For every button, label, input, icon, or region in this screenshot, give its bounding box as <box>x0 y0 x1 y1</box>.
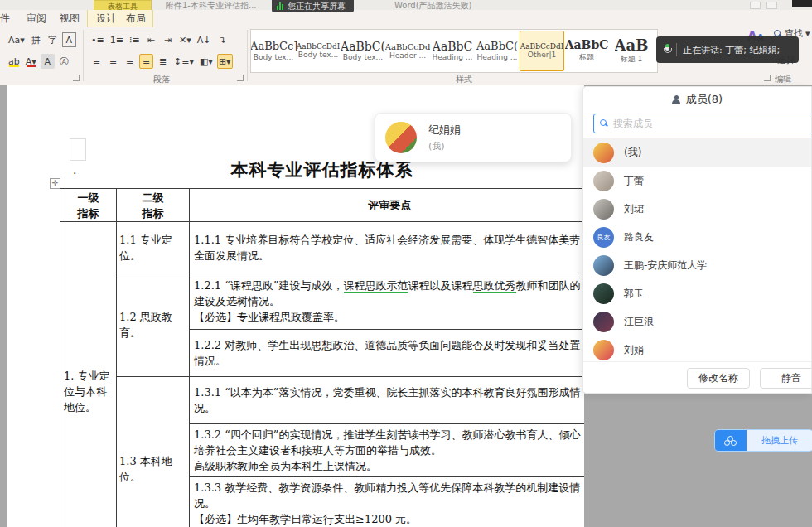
member-row[interactable]: 郭玉 <box>583 279 812 307</box>
review-point-cell[interactable]: 1.3.3 教学经费、教学资源条件、教师精力投入等优先保障本科教学的机制建设情况… <box>190 477 585 527</box>
members-panel-footer: 修改名称 静音 <box>583 361 812 393</box>
member-list: (我)丁蕾刘珺良友路良友王鹏-安庆师范大学郭玉江巨浪刘娟 <box>583 138 812 364</box>
member-row[interactable]: 王鹏-安庆师范大学 <box>583 251 812 279</box>
members-panel: 成员(8) (我)丁蕾刘珺良友路良友王鹏-安庆师范大学郭玉江巨浪刘娟 修改名称 … <box>582 86 812 394</box>
member-avatar <box>593 199 614 220</box>
level1-indicator-cell[interactable]: 1. 专业定位与本科地位。 <box>60 222 117 527</box>
align-right-icon[interactable]: ≡ <box>123 54 137 69</box>
member-avatar <box>593 171 614 191</box>
rename-button[interactable]: 修改名称 <box>687 368 750 389</box>
margin-anchor-box <box>70 138 86 161</box>
enclose-circle-icon[interactable]: Ⓐ <box>57 54 71 69</box>
review-point-cell[interactable]: 1.2.1 “课程思政”建设与成效，课程思政示范课程以及课程思政优秀教师和团队的… <box>190 273 585 330</box>
presenter-name: 纪娟娟 <box>428 123 461 138</box>
style-item-Body-tex-[interactable]: AaBbCcDdIBody tex... <box>296 31 341 71</box>
minimize-button[interactable] <box>750 2 761 9</box>
distributed-icon[interactable]: ≣ <box>156 54 170 69</box>
line-spacing-icon[interactable]: ↕≡▾ <box>172 54 196 69</box>
cell-text: 1.2.2 对教师、学生出现思想政治、道德品质等负面问题能否及时发现和妥当处置情… <box>194 339 580 367</box>
member-avatar <box>593 312 614 332</box>
member-name: 路良友 <box>624 230 654 244</box>
table-header-0[interactable]: 一级指标 <box>60 189 117 222</box>
cell-text: 1.3.1 “以本为本”落实情况，党委重视、院长主抓落实的本科教育良好氛围形成情… <box>194 386 581 414</box>
member-row[interactable]: (我) <box>583 138 812 167</box>
character-shading-icon[interactable]: A <box>41 54 55 69</box>
member-row[interactable]: 丁蕾 <box>583 167 812 195</box>
styles-dialog-launcher[interactable] <box>764 75 771 81</box>
style-item-Other-1[interactable]: AaBbCcDdIOther|1 <box>520 31 564 71</box>
speaking-now-text: 正在讲话: 丁蕾; 纪娟娟; <box>683 44 780 56</box>
member-avatar <box>593 255 614 276</box>
multilevel-list-icon[interactable]: ⁝≡ <box>128 32 142 47</box>
member-avatar: 良友 <box>593 227 614 248</box>
member-row[interactable]: 刘娟 <box>583 336 812 364</box>
cloud-drive-icon <box>715 430 747 451</box>
increase-indent-icon[interactable]: ⇥ <box>161 32 175 47</box>
tab-review[interactable]: 审阅 <box>22 10 51 27</box>
review-point-cell[interactable]: 1.2.2 对教师、学生出现思想政治、道德品质等负面问题能否及时发现和妥当处置情… <box>190 330 585 377</box>
paragraph-dialog-launcher[interactable] <box>237 75 244 81</box>
drag-upload-label: 拖拽上传 <box>747 430 812 451</box>
maximize-button[interactable] <box>766 2 777 9</box>
member-search-input[interactable] <box>613 118 812 129</box>
members-panel-header: 成员(8) <box>583 87 811 112</box>
asian-layout-icon[interactable]: ✕▾ <box>177 32 193 47</box>
table-header-2[interactable]: 评审要点 <box>190 189 585 222</box>
cell-text: 课程以及课程 <box>408 279 473 292</box>
member-row[interactable]: 刘珺 <box>583 195 812 223</box>
level2-indicator-cell[interactable]: 1.2 思政教育。 <box>117 273 190 377</box>
mute-button[interactable]: 静音 <box>760 368 812 389</box>
level2-indicator-cell[interactable]: 1.3 本科地位。 <box>117 377 190 527</box>
enclose-characters-icon[interactable]: 字 <box>46 32 60 47</box>
member-avatar <box>593 143 614 163</box>
borders-icon[interactable]: ⊞▾ <box>217 54 233 69</box>
style-item-Heading-[interactable]: AaBbCHeading ... <box>430 31 475 71</box>
justify-icon[interactable]: ≡ <box>139 54 153 69</box>
tab-view[interactable]: 视图 <box>55 10 85 27</box>
member-avatar <box>593 283 614 304</box>
tab-mailings[interactable]: 件 <box>0 10 15 27</box>
tab-table-design[interactable]: 设计 <box>91 10 121 27</box>
style-item-Heading-[interactable]: AaBbC(Heading ... <box>475 31 520 71</box>
table-header-1[interactable]: 二级指标 <box>117 189 190 222</box>
search-icon <box>600 119 608 128</box>
align-center-icon[interactable]: ≡ <box>106 54 120 69</box>
style-item-Header-[interactable]: AaBbCcDdHeader ... <box>385 31 430 71</box>
change-case-icon[interactable]: Aa▾ <box>7 32 27 47</box>
cell-text: 1.2.1 “课程思政”建设与成效， <box>194 279 344 292</box>
level2-indicator-cell[interactable]: 1.1 专业定位。 <box>117 222 190 273</box>
style-item--1[interactable]: AaB标题 1 <box>609 31 654 71</box>
sort-icon[interactable]: A↓ <box>196 32 213 47</box>
text-highlight-icon[interactable]: ab <box>7 54 22 69</box>
align-left-icon[interactable]: ≡ <box>89 54 104 69</box>
numbering-icon[interactable]: 1≡ <box>109 32 125 47</box>
font-dialog-launcher[interactable] <box>73 75 80 81</box>
shading-icon[interactable]: ◧▾ <box>198 54 215 69</box>
style-item--[interactable]: AaBbC标题 <box>564 31 609 71</box>
style-item-Body-tex-[interactable]: AaBbCc]Body tex... <box>251 31 296 71</box>
tab-table-layout[interactable]: 布局 <box>121 10 151 27</box>
drag-upload-widget[interactable]: 拖拽上传 <box>714 429 812 452</box>
presenter-avatar <box>385 122 417 153</box>
member-name: 王鹏-安庆师范大学 <box>624 259 707 273</box>
member-name: 丁蕾 <box>624 174 644 188</box>
phonetic-guide-icon[interactable]: 拼 <box>29 32 43 47</box>
font-color-icon[interactable]: A▾ <box>24 54 38 69</box>
cell-text: 【必选】生均年教学日常运行支出≥1200 元。 <box>194 513 417 525</box>
member-name: (我) <box>624 146 641 160</box>
cell-text: 高级职称教师全员为本科生上课情况。 <box>194 460 377 472</box>
review-point-cell[interactable]: 1.3.1 “以本为本”落实情况，党委重视、院长主抓落实的本科教育良好氛围形成情… <box>190 377 585 424</box>
character-border-icon[interactable]: A <box>62 32 76 47</box>
bullets-icon[interactable]: •≡ <box>89 32 106 47</box>
sharing-signal-icon <box>277 2 283 10</box>
style-item-Body-tex-[interactable]: AaBbC(Body tex... <box>341 31 385 71</box>
member-row[interactable]: 江巨浪 <box>583 307 812 336</box>
review-point-cell[interactable]: 1.1.1 专业培养目标符合学校定位、适应社会经济发展需要、体现学生德智体美劳全… <box>190 222 585 273</box>
cell-text: 1.3.2 “四个回归”的实现情况，推进学生刻苦读书学习、教师潜心教书育人、倾心… <box>194 428 581 457</box>
decrease-indent-icon[interactable]: ⇤ <box>144 32 158 47</box>
review-point-cell[interactable]: 1.3.2 “四个回归”的实现情况，推进学生刻苦读书学习、教师潜心教书育人、倾心… <box>190 424 585 477</box>
member-row[interactable]: 良友路良友 <box>583 223 812 251</box>
proofing-marked-text: 思政优秀 <box>473 279 516 293</box>
show-marks-icon[interactable]: ↴ <box>215 32 229 47</box>
document-workspace: · 本科专业评估指标体系 ✛ 一级指标二级指标评审要点1. 专业定位与本科地位。… <box>0 85 812 527</box>
